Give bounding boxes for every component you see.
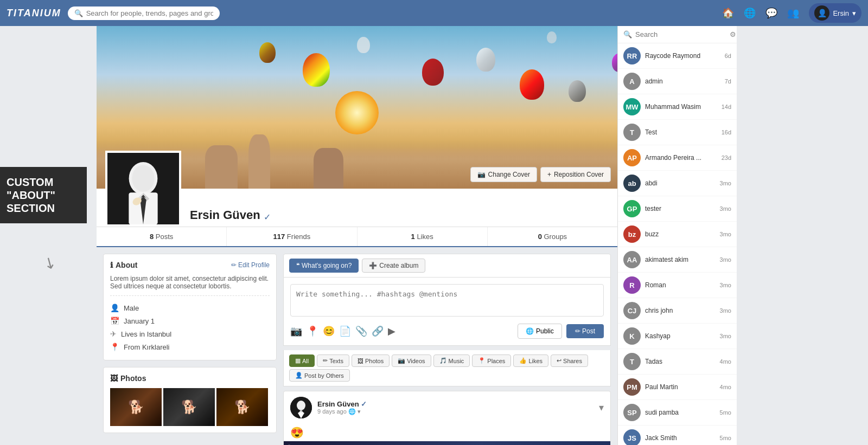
info-icon: ℹ	[110, 261, 113, 269]
emoji-icon[interactable]: 😊	[323, 325, 335, 337]
post-verified-badge: ✓	[361, 400, 367, 408]
sidebar-user-name: Jack Smith	[645, 434, 716, 442]
sidebar-search-icon: 🔍	[623, 30, 632, 38]
custom-about-annotation: CUSTOM "ABOUT" SECTION	[0, 167, 87, 223]
location-tag-icon[interactable]: 📍	[307, 325, 318, 337]
search-icon: 🔍	[74, 9, 83, 17]
post-input-area[interactable]	[290, 284, 604, 317]
sidebar-user-time: 6d	[725, 53, 731, 59]
sidebar-user-item[interactable]: R Roman 3mo	[618, 273, 737, 298]
privacy-button[interactable]: 🌐 Public	[518, 324, 562, 339]
sidebar-user-item[interactable]: AA akimatest akim 3mo	[618, 247, 737, 273]
post-media-thumbnail[interactable]: GAME OF THRONES 🕐 Game of Thrones | Seas…	[284, 441, 610, 445]
others-icon: 👤	[295, 372, 303, 379]
sidebar-user-name: Raycode Raymond	[645, 52, 720, 60]
chat-icon[interactable]: 💬	[765, 7, 777, 19]
filter-photos[interactable]: 🖼 Photos	[352, 354, 390, 367]
profile-name: Ersin Güven	[190, 208, 260, 222]
sidebar-user-item[interactable]: A admin 7d	[618, 69, 737, 94]
filter-videos[interactable]: 📷 Videos	[392, 354, 431, 367]
sidebar-user-item[interactable]: RR Raycode Raymond 6d	[618, 43, 737, 69]
filter-all[interactable]: ▦ All	[289, 354, 315, 367]
quote-icon: ❝	[296, 262, 299, 269]
sidebar-user-item[interactable]: bz buzz 3mo	[618, 222, 737, 247]
left-sidebar: CUSTOM "ABOUT" SECTION ↘	[0, 26, 97, 445]
edit-profile-link[interactable]: ✏ Edit Profile	[231, 261, 270, 269]
about-bio-text: Lorem ipsum dolor sit amet, consectetur …	[110, 275, 270, 296]
filter-post-by-others[interactable]: 👤 Post by Others	[289, 369, 350, 382]
sidebar-user-item[interactable]: K Kashyap 3mo	[618, 324, 737, 349]
sidebar-user-item[interactable]: CJ chris john 3mo	[618, 298, 737, 324]
filter-places[interactable]: 📍 Places	[472, 354, 511, 367]
stat-posts[interactable]: 8 Posts	[97, 227, 227, 246]
about-title: ℹ About	[110, 261, 137, 269]
youtube-icon[interactable]: ▶	[388, 325, 395, 337]
sidebar-user-item[interactable]: MW Muhammad Wasim 14d	[618, 94, 737, 120]
photo-thumb-2[interactable]: 🐕	[163, 388, 215, 426]
tab-create-album[interactable]: ➕ Create album	[362, 259, 425, 273]
user-avatar: 👤	[814, 5, 829, 21]
globe-icon[interactable]: 🌐	[744, 7, 756, 19]
main-search-bar[interactable]: 🔍	[68, 7, 220, 20]
grid-icon: ▦	[295, 357, 301, 364]
sidebar-user-item[interactable]: GP tester 3mo	[618, 196, 737, 222]
reposition-cover-button[interactable]: + Reposition Cover	[540, 167, 611, 182]
friends-icon[interactable]: 👥	[787, 7, 799, 19]
sidebar-user-time: 7d	[725, 78, 731, 85]
profile-bar: Ersin Güven ✓	[97, 189, 617, 227]
document-icon[interactable]: 📄	[339, 325, 351, 337]
post-card-1: Ersin Güven ✓ 9 days ago 🌐 ▾ ▾ 😍	[283, 391, 611, 445]
attachment-icon[interactable]: 📎	[355, 325, 367, 337]
post-submit-button[interactable]: ✏ Post	[566, 324, 604, 338]
sidebar-user-avatar: CJ	[623, 302, 641, 319]
tab-whats-going-on[interactable]: ❝ What's going on?	[289, 259, 359, 273]
sidebar-user-avatar: A	[623, 73, 641, 90]
cover-sun	[335, 91, 379, 134]
change-cover-button[interactable]: 📷 Change Cover	[470, 167, 537, 182]
photo-upload-icon[interactable]: 📷	[290, 325, 302, 337]
filter-music[interactable]: 🎵 Music	[433, 354, 470, 367]
photo-thumb-3[interactable]: 🐕	[216, 388, 268, 426]
place-icon: 📍	[478, 357, 486, 364]
filter-shares[interactable]: ↩ Shares	[551, 354, 588, 367]
stat-likes[interactable]: 1 Likes	[358, 227, 488, 246]
svg-point-11	[297, 401, 305, 410]
main-search-input[interactable]	[86, 9, 213, 17]
sidebar-user-name: Tadas	[645, 358, 716, 365]
nav-icons: 🏠 🌐 💬 👥 👤 Ersin ▾	[722, 3, 861, 23]
photo-thumb-1[interactable]: 🐕	[110, 388, 162, 426]
sidebar-user-item[interactable]: AP Armando Pereira ... 23d	[618, 145, 737, 171]
sidebar-user-time: 3mo	[720, 231, 731, 237]
sidebar-user-item[interactable]: SP sudi pamba 5mo	[618, 400, 737, 425]
home-icon[interactable]: 🏠	[722, 7, 734, 19]
logo: TITANIUM	[7, 8, 61, 19]
music-icon: 🎵	[439, 357, 447, 364]
move-icon: +	[547, 171, 551, 178]
sidebar-user-item[interactable]: JS Jack Smith 5mo	[618, 425, 737, 445]
link-icon[interactable]: 🔗	[372, 325, 384, 337]
filter-likes[interactable]: 👍 Likes	[513, 354, 548, 367]
sidebar-search-input[interactable]	[635, 30, 726, 38]
stat-groups[interactable]: 0 Groups	[488, 227, 617, 246]
post-header-1: Ersin Güven ✓ 9 days ago 🌐 ▾ ▾	[284, 391, 610, 424]
arrow-right-icon: ↘	[40, 251, 59, 273]
post-expand-button[interactable]: ▾	[599, 402, 604, 414]
sidebar-user-time: 5mo	[720, 435, 731, 441]
globe-icon: 🌐	[526, 327, 534, 335]
post-author-meta: Ersin Güven ✓ 9 days ago 🌐 ▾	[317, 400, 593, 415]
sidebar-user-item[interactable]: T Test 16d	[618, 120, 737, 145]
filter-texts[interactable]: ✏ Texts	[317, 354, 349, 367]
balloon-2	[303, 53, 330, 87]
feed-panel: ❝ What's going on? ➕ Create album 📷 📍	[283, 254, 611, 445]
user-menu[interactable]: 👤 Ersin ▾	[809, 3, 861, 23]
sidebar-user-item[interactable]: T Tadas 4mo	[618, 349, 737, 375]
sidebar-user-item[interactable]: PM Paul Martin 4mo	[618, 375, 737, 400]
share-icon: ↩	[557, 357, 561, 364]
stat-friends[interactable]: 117 Friends	[227, 227, 357, 246]
sidebar-user-time: 16d	[722, 129, 731, 136]
sidebar-user-name: Kashyap	[645, 332, 716, 340]
gender-icon: 👤	[110, 304, 119, 312]
sidebar-user-item[interactable]: ab abdi 3mo	[618, 171, 737, 196]
sidebar-gear-icon[interactable]: ⚙	[730, 30, 736, 38]
rock-pillar-3	[314, 148, 343, 189]
